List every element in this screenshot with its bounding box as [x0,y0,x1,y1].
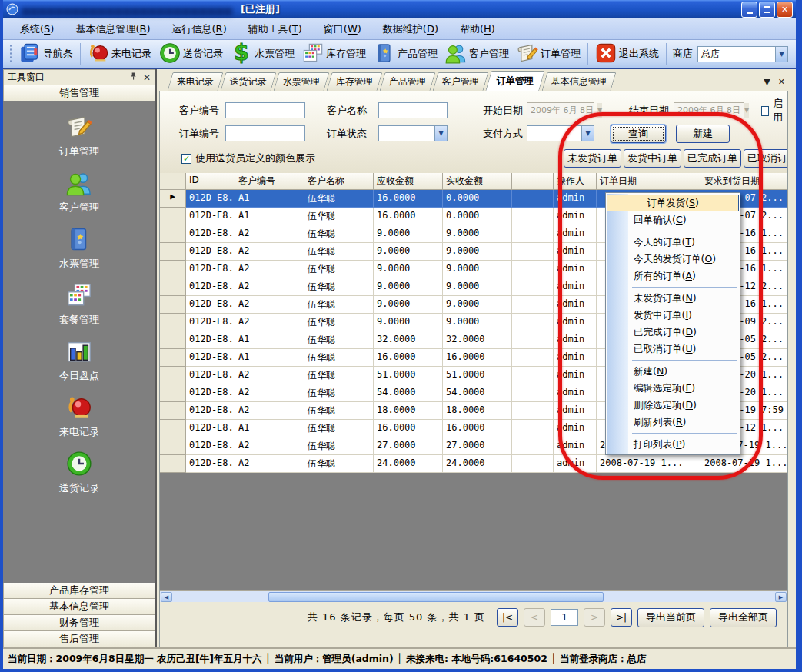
row-selector[interactable] [160,225,186,243]
enable-checkbox-box[interactable] [761,106,769,116]
row-selector[interactable] [160,437,186,455]
table-row[interactable]: 012D-E8...A2伍华聪24.000024.0000admin2008-0… [160,455,787,473]
first-page-button[interactable]: |< [497,608,518,627]
context-menu-item-17[interactable]: 打印列表(P) [606,436,740,453]
toolbar-button-8[interactable]: 退出系统 [591,41,663,68]
column-header-7[interactable]: 订单日期 [597,173,701,190]
sidebar-item-3[interactable]: 套餐管理 [3,282,155,327]
menubar-item-2[interactable]: 运行信息(R) [163,20,236,38]
tab-1[interactable]: 送货记录 [221,72,277,91]
sidebar-item-6[interactable]: 送货记录 [3,451,155,495]
color-display-checkbox-box[interactable]: ✓ [181,154,191,164]
toolbar-button-2[interactable]: 送货记录 [155,41,227,68]
sidebar-close-icon[interactable]: ✕ [143,72,151,83]
pay-method-dropdown-icon[interactable]: ▼ [581,126,594,141]
enable-checkbox[interactable]: 启用 [761,102,787,119]
section-3[interactable]: 售后管理 [3,631,155,647]
status-filter-button-0[interactable]: 未发货订单 [564,149,621,168]
scroll-left-icon[interactable]: ◀ [161,592,172,602]
context-menu-item-7[interactable]: 未发货订单(N) [606,290,740,307]
query-button[interactable]: 查询 [611,125,666,143]
tab-5[interactable]: 客户管理 [433,72,489,91]
start-date-dropdown-icon[interactable]: ▼ [597,103,602,118]
tab-2[interactable]: 水票管理 [274,72,330,91]
export-current-page-button[interactable]: 导出当前页 [637,608,704,627]
tab-close-icon[interactable]: ✕ [778,77,785,87]
pay-method-select[interactable]: ▼ [527,125,594,141]
toolbar-button-5[interactable]: 产品管理 [370,41,441,68]
section-1[interactable]: 基本信息管理 [3,599,155,615]
sidebar-item-5[interactable]: 来电记录 [3,394,155,439]
column-header-3[interactable]: 应收金额 [374,173,443,190]
menubar-item-0[interactable]: 系统(S) [11,20,63,38]
toolbar-button-3[interactable]: $水票管理 [227,41,298,68]
status-filter-button-3[interactable]: 已取消订单 [744,149,788,168]
end-date-dropdown-icon[interactable]: ▼ [744,103,749,118]
toolbar-button-0[interactable]: 导航条 [15,41,77,68]
menubar-item-3[interactable]: 辅助工具(T) [239,20,311,38]
row-selector[interactable] [160,455,186,473]
column-header-8[interactable]: 要求到货日期 [701,173,787,190]
row-selector[interactable] [160,261,186,278]
context-menu-item-0[interactable]: 订单发货(S) [607,195,739,211]
context-menu-item-4[interactable]: 今天的发货订单(O) [606,251,740,268]
context-menu-item-12[interactable]: 新建(N) [606,363,740,380]
end-date-picker[interactable]: 2009年 6月 8日 ▼ [674,102,744,118]
tab-7[interactable]: 基本信息管理 [542,72,617,91]
prev-page-button[interactable]: < [524,608,545,627]
customer-name-input[interactable] [378,102,448,118]
tab-list-dropdown-icon[interactable]: ▼ [764,77,770,87]
context-menu-item-9[interactable]: 已完成订单(D) [606,324,740,341]
context-menu-item-10[interactable]: 已取消订单(U) [606,341,740,358]
row-selector[interactable] [160,243,186,261]
pin-icon[interactable] [129,72,138,83]
context-menu-item-3[interactable]: 今天的订单(T) [606,234,740,251]
close-button[interactable]: ✕ [777,2,793,18]
row-selector[interactable] [160,314,186,331]
start-date-picker[interactable]: 2009年 6月 8日 ▼ [527,102,594,118]
column-header-5[interactable] [512,173,554,190]
minimize-button[interactable] [741,2,757,18]
sidebar-item-1[interactable]: 客户管理 [3,170,155,215]
shop-combobox[interactable]: 总店▼ [697,46,788,62]
tab-4[interactable]: 产品管理 [380,72,436,91]
toolbar-button-6[interactable]: 客户管理 [441,41,513,68]
context-menu-item-5[interactable]: 所有的订单(A) [606,268,740,284]
section-sales-management[interactable]: 销售管理 [3,85,155,101]
status-filter-button-2[interactable]: 已完成订单 [684,149,741,168]
toolbar-button-4[interactable]: 库存管理 [298,41,370,68]
toolbar-button-7[interactable]: 订单管理 [513,41,584,68]
new-button[interactable]: 新建 [676,125,730,143]
order-status-dropdown-icon[interactable]: ▼ [434,126,447,141]
column-header-6[interactable]: 操作人 [554,173,597,190]
horizontal-scrollbar[interactable]: ◀ ▶ [160,590,787,602]
column-header-4[interactable]: 实收金额 [443,173,512,190]
scroll-right-icon[interactable]: ▶ [775,592,787,602]
color-display-checkbox[interactable]: ✓ 使用送货员定义的颜色展示 [181,150,315,167]
context-menu-item-14[interactable]: 删除选定项(D) [606,397,740,414]
row-selector[interactable] [160,349,186,367]
row-selector[interactable] [160,278,186,296]
sidebar-item-4[interactable]: 今日盘点 [3,338,155,383]
column-header-1[interactable]: 客户编号 [235,173,304,190]
last-page-button[interactable]: >| [611,608,632,627]
context-menu-item-8[interactable]: 发货中订单(I) [606,307,740,324]
context-menu-item-13[interactable]: 编辑选定项(E) [606,380,740,397]
row-selector[interactable] [160,402,186,420]
export-all-pages-button[interactable]: 导出全部页 [710,608,777,627]
tab-3[interactable]: 库存管理 [327,72,383,91]
row-selector[interactable] [160,296,186,314]
menubar-item-4[interactable]: 窗口(W) [314,20,371,38]
section-0[interactable]: 产品库存管理 [3,583,155,599]
menubar-item-5[interactable]: 数据维护(D) [374,20,448,38]
maximize-button[interactable] [759,2,775,18]
scrollbar-thumb[interactable] [268,592,604,602]
menubar-item-6[interactable]: 帮助(H) [451,20,504,38]
status-filter-button-1[interactable]: 发货中订单 [624,149,681,168]
shop-dropdown-icon[interactable]: ▼ [775,47,787,62]
order-no-input[interactable] [225,125,305,141]
context-menu-item-1[interactable]: 回单确认(C) [606,211,740,228]
column-header-2[interactable]: 客户名称 [304,173,374,190]
menubar-item-1[interactable]: 基本信息管理(B) [66,20,159,38]
sidebar-item-0[interactable]: 订单管理 [3,114,155,158]
